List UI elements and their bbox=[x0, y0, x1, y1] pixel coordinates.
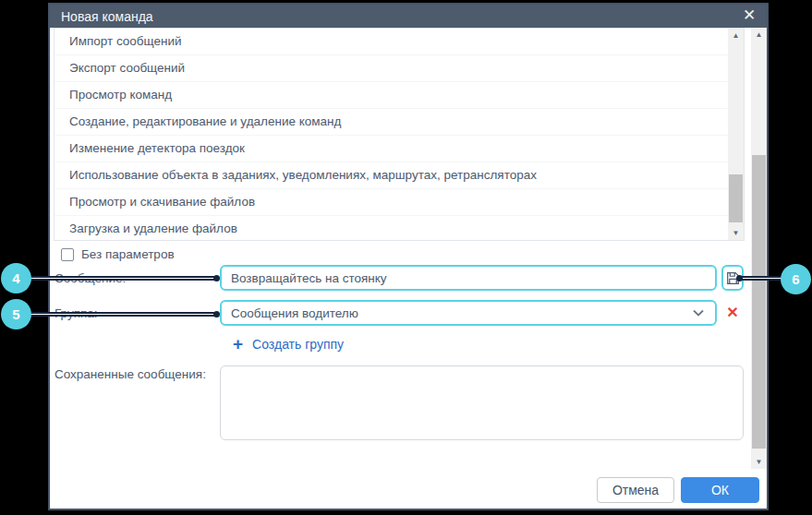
callout-badge-5: 5 bbox=[1, 299, 31, 329]
new-command-dialog: Новая команда ✕ Импорт сообщенийЭкспорт … bbox=[48, 3, 769, 510]
callout-line-6 bbox=[740, 276, 783, 281]
no-params-label: Без параметров bbox=[81, 247, 175, 261]
no-params-checkbox[interactable] bbox=[61, 248, 74, 261]
saved-messages-box[interactable] bbox=[220, 365, 744, 440]
dialog-scrollbar[interactable]: ▲ ▼ bbox=[751, 28, 767, 469]
list-item[interactable]: Создание, редактирование и удаление кома… bbox=[55, 109, 728, 136]
create-group-label: Создать группу bbox=[252, 337, 344, 352]
callout-dot-6 bbox=[736, 275, 743, 281]
scroll-down-icon[interactable]: ▼ bbox=[751, 455, 767, 469]
create-group-link[interactable]: + Создать группу bbox=[233, 336, 344, 353]
list-item[interactable]: Просмотр и скачивание файлов bbox=[55, 189, 728, 216]
saved-messages-label: Сохраненные сообщения: bbox=[55, 367, 206, 381]
callout-line-5 bbox=[28, 312, 216, 317]
dialog-scrollbar-thumb[interactable] bbox=[752, 155, 766, 449]
callout-badge-6: 6 bbox=[781, 264, 811, 294]
close-icon[interactable]: ✕ bbox=[741, 7, 757, 24]
list-item[interactable]: Импорт сообщений bbox=[55, 29, 728, 55]
cancel-button[interactable]: Отмена bbox=[597, 477, 674, 503]
list-scrollbar-thumb[interactable] bbox=[729, 174, 743, 222]
callout-badge-4: 4 bbox=[1, 263, 31, 293]
list-item[interactable]: Экспорт сообщений bbox=[55, 55, 728, 82]
callout-dot-5 bbox=[213, 311, 220, 317]
list-scrollbar[interactable]: ▲ ▼ bbox=[728, 29, 744, 240]
permissions-rows: Импорт сообщенийЭкспорт сообщенийПросмот… bbox=[55, 29, 728, 240]
dialog-titlebar: Новая команда bbox=[50, 5, 767, 28]
callout-line-4 bbox=[28, 276, 216, 281]
dialog-title: Новая команда bbox=[50, 9, 153, 24]
chevron-down-icon bbox=[693, 309, 704, 317]
permissions-list: Импорт сообщенийЭкспорт сообщенийПросмот… bbox=[54, 28, 745, 241]
delete-group-icon[interactable]: ✕ bbox=[723, 304, 742, 322]
group-selected-value: Сообщения водителю bbox=[222, 306, 693, 320]
scroll-up-icon[interactable]: ▲ bbox=[751, 28, 767, 42]
scroll-up-icon[interactable]: ▲ bbox=[728, 29, 744, 42]
list-item[interactable]: Использование объекта в заданиях, уведом… bbox=[55, 162, 728, 189]
callout-dot-4 bbox=[213, 275, 220, 281]
list-item[interactable]: Просмотр команд bbox=[55, 82, 728, 109]
ok-button[interactable]: ОК bbox=[681, 477, 759, 503]
list-item[interactable]: Загрузка и удаление файлов bbox=[55, 216, 728, 241]
group-select[interactable]: Сообщения водителю bbox=[220, 300, 717, 326]
list-item[interactable]: Изменение детектора поездок bbox=[55, 136, 728, 162]
plus-icon: + bbox=[233, 336, 243, 353]
message-input[interactable] bbox=[220, 265, 717, 291]
scroll-down-icon[interactable]: ▼ bbox=[728, 226, 744, 240]
